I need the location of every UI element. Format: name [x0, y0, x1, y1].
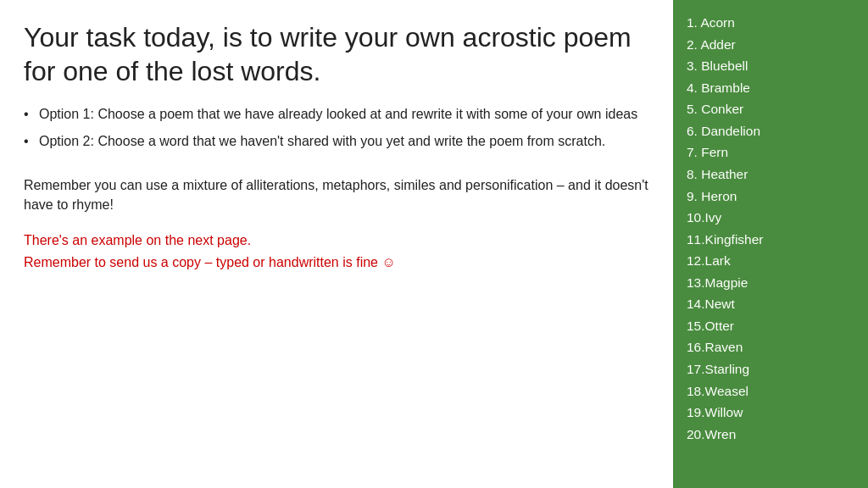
red-lines: There's an example on the next page. Rem…	[24, 230, 649, 273]
list-item: 11.Kingfisher	[687, 229, 854, 251]
page-title: Your task today, is to write your own ac…	[24, 20, 649, 88]
list-item: 6. Dandelion	[687, 120, 854, 142]
main-content: Your task today, is to write your own ac…	[0, 0, 673, 488]
word-list: 1. Acorn2. Adder3. Bluebell4. Bramble5. …	[687, 12, 854, 445]
option-1: Option 1: Choose a poem that we have alr…	[24, 105, 649, 124]
reminder-text: Remember you can use a mixture of allite…	[24, 175, 649, 214]
list-item: 7. Fern	[687, 141, 854, 164]
list-item: 17.Starling	[687, 358, 854, 380]
list-item: 5. Conker	[687, 98, 854, 120]
list-item: 20.Wren	[687, 424, 854, 446]
list-item: 12.Lark	[687, 250, 854, 272]
red-line-2: Remember to send us a copy – typed or ha…	[24, 252, 649, 274]
list-item: 16.Raven	[687, 336, 854, 358]
list-item: 14.Newt	[687, 293, 854, 315]
red-line-1: There's an example on the next page.	[24, 230, 649, 252]
list-item: 9. Heron	[687, 186, 854, 208]
list-item: 4. Bramble	[687, 77, 854, 99]
list-item: 2. Adder	[687, 34, 854, 56]
list-item: 13.Magpie	[687, 272, 854, 294]
list-item: 15.Otter	[687, 315, 854, 337]
list-item: 18.Weasel	[687, 380, 854, 402]
list-item: 1. Acorn	[687, 12, 854, 34]
option-2: Option 2: Choose a word that we haven't …	[24, 132, 649, 151]
list-item: 10.Ivy	[687, 207, 854, 229]
list-item: 19.Willow	[687, 402, 854, 424]
options-list: Option 1: Choose a poem that we have alr…	[24, 105, 649, 160]
word-list-sidebar: 1. Acorn2. Adder3. Bluebell4. Bramble5. …	[673, 0, 868, 488]
list-item: 3. Bluebell	[687, 55, 854, 77]
list-item: 8. Heather	[687, 164, 854, 186]
